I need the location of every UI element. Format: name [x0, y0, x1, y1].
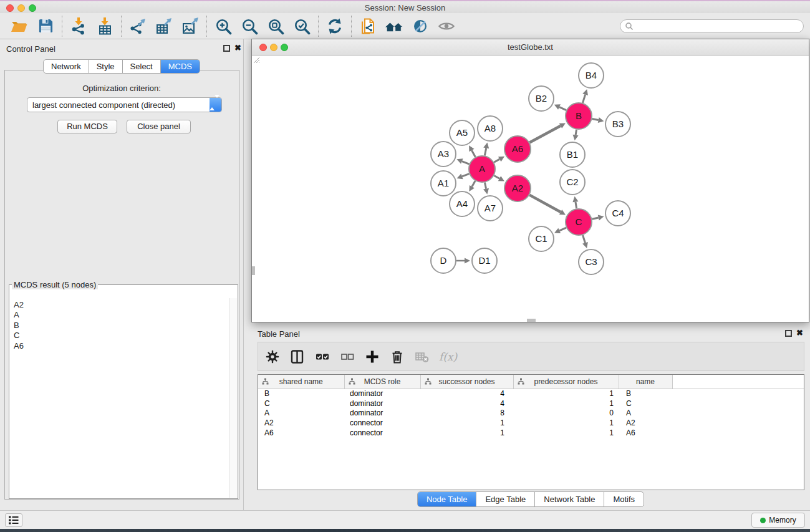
table-cell[interactable]: 1	[513, 389, 619, 399]
graph-edge-B-B4[interactable]	[582, 95, 585, 103]
table-cell[interactable]: 1	[513, 399, 619, 409]
graph-edge-C-C2[interactable]	[576, 202, 577, 209]
graph-edge-A-A3[interactable]	[462, 162, 470, 165]
table-cell[interactable]: connector	[344, 428, 420, 438]
float-panel-icon[interactable]	[223, 45, 230, 52]
memory-button[interactable]: Memory	[751, 513, 805, 528]
search-field[interactable]	[620, 19, 804, 33]
add-column-button[interactable]	[364, 349, 380, 365]
table-cell[interactable]: A	[619, 408, 672, 418]
list-item[interactable]: A6	[14, 341, 229, 351]
table-cell[interactable]: A6	[258, 428, 344, 438]
vertical-scrollbar[interactable]	[252, 266, 255, 275]
column-header-shared-name[interactable]: shared name	[258, 375, 344, 389]
zoom-fit-button[interactable]	[263, 15, 289, 37]
table-row[interactable]: Cdominator41C	[258, 399, 804, 409]
table-cell[interactable]: dominator	[344, 408, 420, 418]
list-item[interactable]: C	[14, 331, 229, 341]
column-header-name[interactable]: name	[619, 375, 672, 389]
optimization-criterion-select[interactable]: largest connected component (directed)	[27, 97, 222, 112]
zoom-selected-button[interactable]	[289, 15, 315, 37]
table-row[interactable]: A2connector11A2	[258, 418, 804, 428]
table-cell[interactable]: B	[258, 389, 344, 399]
graph-edge-A-A8[interactable]	[485, 148, 486, 155]
save-session-button[interactable]	[32, 15, 59, 37]
delete-column-button[interactable]	[389, 349, 405, 365]
tab-network[interactable]: Network	[44, 60, 89, 73]
toggle-graphics-details-button[interactable]	[407, 15, 433, 37]
select-stepper-icon[interactable]	[210, 98, 221, 112]
table-cell[interactable]: 8	[420, 408, 513, 418]
table-settings-button[interactable]	[264, 349, 281, 365]
graph-edge-A-A4[interactable]	[472, 181, 475, 186]
delete-table-button[interactable]	[414, 349, 430, 365]
graph-edge-B-B1[interactable]	[576, 130, 576, 135]
export-network-button[interactable]	[125, 15, 151, 37]
table-cell[interactable]: A2	[619, 418, 672, 428]
function-builder-button[interactable]: f(x)	[439, 351, 457, 363]
search-input[interactable]	[634, 21, 803, 32]
column-header-predecessor-nodes[interactable]: predecessor nodes	[513, 375, 619, 389]
list-scrollbar[interactable]	[229, 298, 237, 498]
horizontal-scrollbar[interactable]	[527, 319, 536, 322]
open-session-button[interactable]	[6, 15, 32, 37]
table-cell[interactable]: dominator	[344, 399, 420, 409]
table-cell[interactable]: C	[258, 399, 344, 409]
tab-node-table[interactable]: Node Table	[418, 492, 476, 506]
graph-edge-C-C3[interactable]	[583, 235, 586, 243]
graph-edge-C-C1[interactable]	[559, 228, 566, 231]
table-cell[interactable]: 1	[420, 418, 513, 428]
close-panel-button[interactable]: Close panel	[127, 120, 191, 133]
preferred-layout-button[interactable]	[381, 15, 407, 37]
network-from-selection-button[interactable]	[355, 15, 381, 37]
table-row[interactable]: Bdominator41B	[258, 389, 804, 399]
select-all-button[interactable]	[314, 349, 330, 365]
close-panel-icon[interactable]: ✖	[796, 329, 803, 337]
table-cell[interactable]: 4	[420, 399, 513, 409]
column-header-successor-nodes[interactable]: successor nodes	[420, 375, 513, 389]
table-cell[interactable]: 1	[513, 428, 619, 438]
table-row[interactable]: A6connector11A6	[258, 428, 804, 438]
tab-motifs[interactable]: Motifs	[604, 492, 644, 506]
graph-edge-A-A5[interactable]	[471, 150, 475, 157]
graph-edge-A-A2[interactable]	[494, 176, 499, 179]
table-row[interactable]: Adominator80A	[258, 408, 804, 418]
list-item[interactable]: B	[14, 321, 229, 331]
network-window-titlebar[interactable]: testGlobe.txt	[252, 39, 809, 56]
graph-edge-C-C4[interactable]	[592, 218, 598, 219]
close-panel-icon[interactable]: ✖	[234, 44, 241, 52]
import-table-button[interactable]	[92, 15, 118, 37]
zoom-in-button[interactable]	[210, 15, 236, 37]
table-cell[interactable]: 1	[513, 418, 619, 428]
table-cell[interactable]: C	[619, 399, 672, 409]
table-cell[interactable]: A	[258, 408, 344, 418]
tab-select[interactable]: Select	[122, 60, 160, 73]
graph-edge-B-B3[interactable]	[592, 118, 599, 120]
list-item[interactable]: A	[14, 310, 229, 320]
graph-edge-A2-C[interactable]	[529, 195, 561, 212]
network-canvas[interactable]: B4B2BB3A8A5A6A3B1AC2A1A2A4A7C4CC1C3DD1	[252, 56, 809, 322]
table-cell[interactable]: B	[619, 389, 672, 399]
tab-edge-table[interactable]: Edge Table	[476, 492, 534, 506]
tab-style[interactable]: Style	[89, 60, 122, 73]
show-columns-button[interactable]	[289, 349, 306, 365]
export-image-button[interactable]	[177, 15, 203, 37]
zoom-out-button[interactable]	[236, 15, 263, 37]
tab-mcds[interactable]: MCDS	[160, 60, 200, 73]
run-mcds-button[interactable]: Run MCDS	[57, 120, 117, 133]
export-table-button[interactable]	[151, 15, 177, 37]
graph-edge-B-B2[interactable]	[559, 107, 566, 110]
graph-edge-A-A6[interactable]	[494, 159, 499, 162]
resize-grip-icon[interactable]	[252, 56, 260, 64]
tab-network-table[interactable]: Network Table	[534, 492, 604, 506]
list-item[interactable]: A2	[14, 300, 229, 310]
graph-edge-A6-B[interactable]	[529, 126, 561, 143]
refresh-button[interactable]	[322, 15, 348, 37]
column-header-mcds-role[interactable]: MCDS role	[344, 375, 420, 389]
table-cell[interactable]: A6	[619, 428, 672, 438]
graph-edge-A-A7[interactable]	[485, 183, 486, 189]
task-history-button[interactable]	[5, 513, 22, 527]
mcds-result-list[interactable]: A2 A B C A6	[10, 298, 229, 498]
float-panel-icon[interactable]	[785, 330, 792, 337]
table-cell[interactable]: 0	[513, 408, 619, 418]
